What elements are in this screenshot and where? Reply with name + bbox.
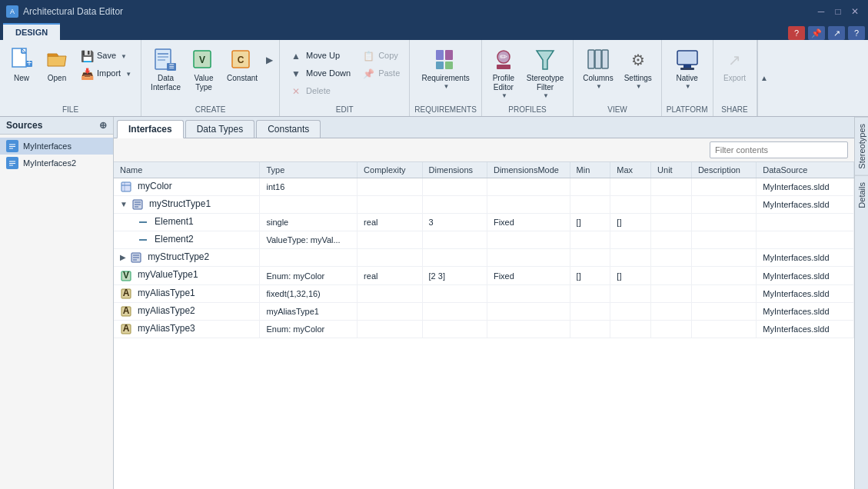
- profile-editor-label: ProfileEditor: [493, 74, 514, 92]
- row-complexity: real: [358, 214, 422, 231]
- ribbon-file-items: + New Open 💾: [5, 43, 136, 105]
- row-max: [610, 196, 651, 214]
- table-row[interactable]: ▼ myStructType1 MyInterfaces.sldd: [114, 196, 854, 214]
- help-icon-red[interactable]: ?: [788, 26, 805, 40]
- export-button[interactable]: ↗ Export: [718, 45, 752, 86]
- stereotype-filter-button[interactable]: StereotypeFilter ▼: [522, 45, 568, 102]
- source-item-my-interfaces2[interactable]: MyInterfaces2: [0, 155, 113, 171]
- col-dimensions-mode: DimensionsMode: [487, 162, 570, 178]
- move-up-button[interactable]: ▲ Move Up: [284, 48, 355, 65]
- row-type: int16: [260, 178, 358, 196]
- row-unit: [651, 214, 692, 231]
- row-min: [570, 302, 610, 320]
- stereotypes-tab[interactable]: Stereotypes: [855, 117, 869, 175]
- sources-panel: Sources ⊕ MyInterfaces: [0, 117, 114, 489]
- help-button[interactable]: ?: [848, 26, 865, 40]
- svg-text:A: A: [123, 288, 130, 298]
- settings-icon: ⚙: [626, 48, 650, 72]
- export-label: Export: [723, 74, 746, 83]
- table-row[interactable]: A myAliasType2 myAliasType1MyInterfaces.…: [114, 302, 854, 320]
- ribbon-collapse-button[interactable]: ▲: [757, 40, 771, 116]
- sources-expand-icon[interactable]: ⊕: [99, 120, 107, 131]
- data-interface-button[interactable]: ≡ DataInterface: [146, 45, 185, 95]
- row-dimensions-mode: [487, 284, 570, 302]
- svg-rect-23: [497, 65, 510, 69]
- open-button[interactable]: Open: [40, 45, 74, 86]
- new-button[interactable]: + New: [5, 45, 38, 86]
- edit-group-label: EDIT: [284, 105, 404, 116]
- table-row[interactable]: Element2 ValueType: myVal...: [114, 231, 854, 249]
- tab-design[interactable]: DESIGN: [3, 23, 60, 40]
- table-row[interactable]: Element1 singlereal3Fixed[][]: [114, 214, 854, 231]
- my-interfaces-label: MyInterfaces: [23, 141, 72, 151]
- tab-interfaces[interactable]: Interfaces: [117, 120, 184, 138]
- move-down-label: Move Down: [306, 68, 351, 78]
- pin-icon[interactable]: 📌: [808, 26, 825, 40]
- row-complexity: [358, 320, 422, 338]
- copy-paste-group: 📋 Copy 📌 Paste: [357, 45, 404, 82]
- source-item-my-interfaces[interactable]: MyInterfaces: [0, 138, 113, 155]
- filter-input[interactable]: [710, 141, 848, 158]
- alias-type-icon: A: [120, 323, 132, 335]
- col-name: Name: [114, 162, 260, 178]
- row-type: fixedt(1,32,16): [260, 284, 358, 302]
- native-label: Native: [677, 74, 698, 83]
- ribbon-group-file: + New Open 💾: [0, 40, 141, 116]
- move-down-button[interactable]: ▼ Move Down: [284, 65, 355, 82]
- row-max: [610, 320, 651, 338]
- interface-table: Name Type Complexity Dimensions Dimensio…: [114, 162, 854, 338]
- columns-button[interactable]: Columns ▼: [578, 45, 617, 93]
- constant-button[interactable]: C Constant: [222, 45, 262, 86]
- tab-data-types[interactable]: Data Types: [185, 120, 254, 138]
- profile-editor-button[interactable]: ✏ ProfileEditor ▼: [487, 45, 520, 102]
- row-name-cell: V myValueType1: [114, 267, 260, 284]
- svg-text:A: A: [123, 306, 130, 316]
- expand-arrow[interactable]: ▶: [120, 253, 126, 261]
- tab-constants[interactable]: Constants: [256, 120, 321, 138]
- table-row[interactable]: A myAliasType1 fixedt(1,32,16)MyInterfac…: [114, 284, 854, 302]
- table-row[interactable]: A myAliasType3 Enum: myColorMyInterfaces…: [114, 320, 854, 338]
- title-bar: A Architectural Data Editor ─ □ ✕: [0, 0, 868, 23]
- paste-button[interactable]: 📌 Paste: [357, 65, 404, 82]
- details-tab[interactable]: Details: [855, 175, 869, 215]
- settings-button[interactable]: ⚙ Settings ▼: [620, 45, 657, 93]
- table-row[interactable]: myColor int16MyInterfaces.sldd: [114, 178, 854, 196]
- col-dimensions: Dimensions: [422, 162, 487, 178]
- ribbon-group-edit: ▲ Move Up ▼ Move Down ✕ Delete 📋 Copy: [280, 40, 410, 116]
- value-type-button[interactable]: V ValueType: [187, 45, 221, 95]
- save-label: Save: [97, 51, 116, 61]
- maximize-button[interactable]: □: [831, 5, 845, 18]
- save-button[interactable]: 💾 Save ▼: [75, 48, 136, 65]
- native-button[interactable]: Native ▼: [670, 45, 704, 93]
- open-label: Open: [48, 74, 66, 83]
- save-icon: 💾: [80, 49, 94, 63]
- row-description: [691, 320, 756, 338]
- row-dimensions-mode: [487, 302, 570, 320]
- table-row[interactable]: V myValueType1 Enum: myColorreal[2 3]Fix…: [114, 267, 854, 284]
- table-row[interactable]: ▶ myStructType2 MyInterfaces.sldd: [114, 249, 854, 267]
- row-max: [610, 302, 651, 320]
- row-description: [691, 231, 756, 249]
- import-button[interactable]: 📥 Import ▼: [75, 65, 136, 82]
- create-more-button[interactable]: ▶: [264, 48, 274, 72]
- app-icon: A: [6, 5, 18, 18]
- close-button[interactable]: ✕: [848, 5, 862, 18]
- file-group-label: FILE: [5, 105, 136, 116]
- settings-dropdown: ▼: [636, 83, 642, 90]
- row-complexity: [358, 178, 422, 196]
- row-min: []: [570, 214, 610, 231]
- sources-header: Sources ⊕: [0, 117, 113, 135]
- row-unit: [651, 302, 692, 320]
- requirements-button[interactable]: Requirements ▼: [417, 45, 474, 93]
- requirements-icon: [434, 48, 458, 72]
- value-type-icon: V: [191, 48, 216, 72]
- expand-arrow[interactable]: ▼: [120, 200, 128, 208]
- row-datasource: MyInterfaces.sldd: [757, 302, 854, 320]
- delete-button[interactable]: ✕ Delete: [284, 83, 355, 100]
- minimize-button[interactable]: ─: [814, 5, 828, 18]
- svg-rect-25: [588, 50, 594, 68]
- share-icon[interactable]: ↗: [828, 26, 845, 40]
- row-datasource: [757, 214, 854, 231]
- row-name-cell: A myAliasType3: [114, 320, 260, 338]
- copy-button[interactable]: 📋 Copy: [357, 48, 404, 65]
